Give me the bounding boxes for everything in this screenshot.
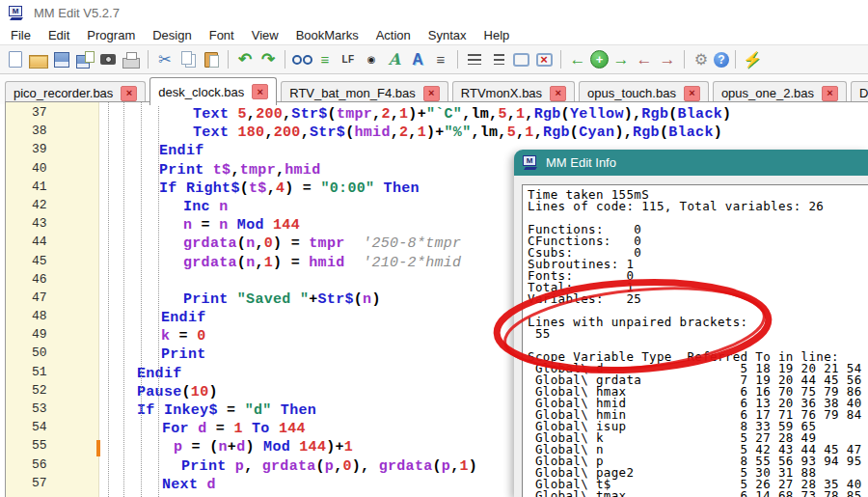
tab-close-icon[interactable]: × [550, 86, 566, 101]
line-number: 37 [6, 105, 98, 124]
menu-item-help[interactable]: Help [475, 27, 519, 43]
print-icon[interactable] [121, 49, 142, 70]
save-icon[interactable] [51, 49, 72, 70]
code-token-k: Black [678, 106, 723, 123]
run-icon[interactable]: ⚡ [742, 49, 763, 70]
menu-item-action[interactable]: Action [367, 27, 420, 43]
dialog-text-line: 55 [528, 328, 868, 340]
toolbar-separator [457, 50, 458, 69]
code-token-k: Then [281, 402, 316, 419]
next-change-icon[interactable]: → [657, 49, 678, 70]
new-file-icon[interactable] [5, 49, 26, 70]
comment-icon[interactable] [510, 49, 531, 70]
line-number: 46 [6, 272, 98, 290]
menu-item-file[interactable]: File [2, 27, 40, 43]
code-token-o: ) = [285, 180, 320, 197]
menu-item-edit[interactable]: Edit [40, 27, 78, 43]
code-token-o: , [264, 124, 273, 141]
dialog-text-line: Lines with unpaired brackets: [528, 317, 868, 328]
settings-icon[interactable]: ⚙ [691, 49, 712, 70]
menu-item-font[interactable]: Font [201, 27, 243, 43]
code-token-o: ( [328, 106, 337, 123]
code-token-n: 1 [459, 458, 468, 475]
indent-guide [108, 102, 109, 497]
code-token-o: ( [237, 235, 246, 252]
paste-icon[interactable] [201, 49, 222, 70]
code-token-o: , [247, 106, 256, 123]
menu-item-design[interactable]: Design [144, 27, 200, 43]
code-token-o: ) [722, 106, 731, 123]
undo-icon[interactable]: ↶ [234, 49, 256, 70]
line-numbers-icon[interactable]: ≡ [314, 49, 336, 70]
line-number: 40 [6, 161, 98, 179]
code-token-o [229, 217, 237, 234]
code-token-o [270, 421, 279, 437]
code-token-o: )+ [408, 106, 426, 123]
code-token-k: Yellow [570, 106, 624, 123]
cut-icon[interactable]: ✂ [154, 49, 176, 70]
code-token-v: d [198, 421, 206, 437]
tab-desk_clock.bas[interactable]: desk_clock.bas× [149, 77, 277, 105]
window-titlebar[interactable]: MM Edit V5.2.7 [0, 0, 868, 26]
code-token-o: , [507, 106, 516, 123]
tab-close-icon[interactable]: × [684, 86, 700, 101]
uncomment-icon[interactable]: × [533, 49, 555, 70]
code-token-o: , [301, 124, 310, 141]
font-color-icon[interactable]: A [407, 49, 428, 70]
code-token-n: 2 [399, 124, 408, 141]
code-token-o: , [267, 180, 276, 197]
menu-bar: FileEditProgramDesignFontViewBookMarksAc… [0, 26, 868, 44]
font-icon[interactable]: A [384, 49, 405, 70]
open-folder-icon[interactable] [28, 49, 49, 70]
code-token-o: = ( [182, 439, 218, 456]
code-token-s: "`C" [426, 106, 462, 123]
prev-change-icon[interactable]: ← [634, 49, 655, 70]
code-token-o: , [255, 235, 263, 252]
whitespace-icon[interactable]: ◉ [361, 49, 382, 70]
outdent-icon[interactable] [464, 49, 485, 70]
code-token-k: Str$ [310, 124, 345, 141]
code-token-o: , [283, 106, 291, 123]
code-token-o: ) [208, 384, 217, 400]
toolbar-separator [560, 50, 561, 69]
toolbar-separator [228, 50, 229, 69]
menu-item-program[interactable]: Program [78, 27, 144, 43]
tab-close-icon[interactable]: × [252, 84, 268, 99]
menu-item-syntax[interactable]: Syntax [420, 27, 475, 43]
tab-close-icon[interactable]: × [121, 86, 137, 101]
tab-close-icon[interactable]: × [822, 86, 838, 101]
toolbar-separator [148, 50, 149, 69]
code-token-n: 10 [191, 384, 209, 400]
copy-icon[interactable] [177, 49, 199, 70]
code-token-n: 200 [274, 124, 301, 141]
code-token-o: = [192, 217, 219, 234]
code-token-s: "Saved " [237, 291, 309, 308]
next-bookmark-icon[interactable]: → [610, 49, 632, 70]
tab-label: opus_one_2.bas [721, 86, 814, 100]
help-icon[interactable]: ? [714, 52, 729, 68]
code-token-o [374, 180, 383, 197]
menu-item-view[interactable]: View [243, 27, 287, 43]
add-bookmark-icon[interactable]: + [590, 50, 609, 69]
code-token-o: , [255, 255, 263, 271]
code-token-k: Str$ [318, 291, 354, 308]
code-token-n: 0 [342, 458, 351, 475]
tab-close-icon[interactable]: × [423, 86, 440, 101]
camera-icon[interactable] [97, 49, 119, 70]
code-token-n: 2 [381, 106, 390, 123]
find-icon[interactable] [291, 49, 312, 70]
list-icon[interactable]: ≡ [430, 49, 451, 70]
dialog-titlebar[interactable]: MM Edit Info [514, 150, 868, 176]
prev-bookmark-icon[interactable]: ← [567, 49, 588, 70]
code-token-o: )+ [426, 124, 445, 141]
code-token-v: grdata [379, 458, 433, 475]
toolbar-separator [285, 50, 285, 69]
line-ending-icon[interactable]: LF [338, 49, 359, 70]
code-token-k: Inkey$ [164, 402, 218, 419]
indent-icon[interactable] [487, 49, 508, 70]
save-as-icon[interactable] [74, 49, 95, 70]
line-number: 54 [6, 420, 98, 438]
menu-item-bookmarks[interactable]: BookMarks [287, 27, 367, 43]
line-number: 51 [6, 365, 98, 383]
redo-icon[interactable]: ↷ [258, 49, 279, 70]
